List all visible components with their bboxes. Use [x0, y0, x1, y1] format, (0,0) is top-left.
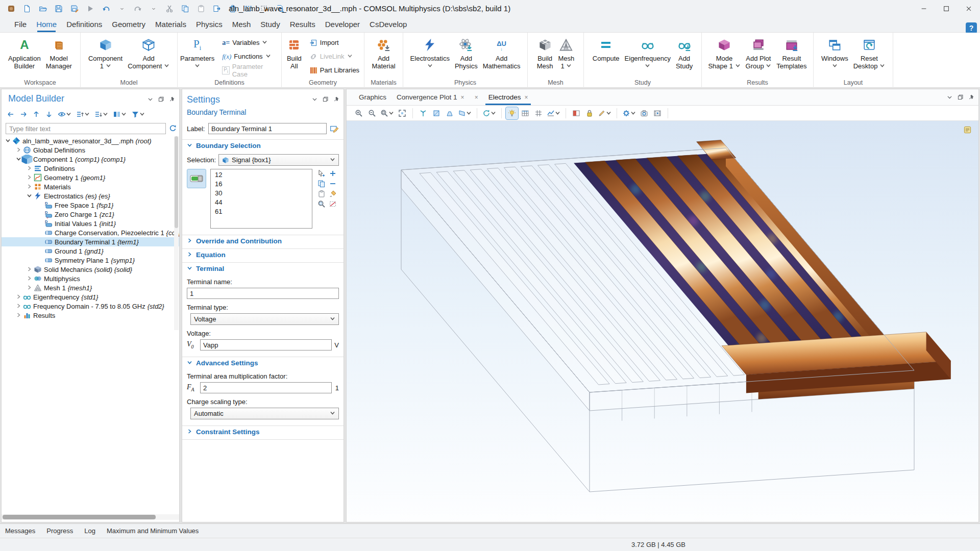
selection-dropdown[interactable]: Signal {box1}	[218, 154, 339, 166]
graphics-tab-convergence-plot-1[interactable]: Convergence Plot 1×	[391, 89, 470, 105]
paste-button[interactable]	[195, 3, 207, 15]
zoom-extents-button[interactable]	[396, 107, 408, 119]
selection-list-item[interactable]: 44	[211, 198, 312, 208]
ribbon-button-add-component[interactable]: AddComponent	[126, 36, 172, 71]
dropdown-caret[interactable]	[116, 3, 128, 15]
ribbon-button-component-1[interactable]: Component1	[86, 36, 125, 71]
selection-list-item[interactable]: 12	[211, 171, 312, 180]
tree-node-solid-mechanics[interactable]: Solid Mechanics(solid) {solid}	[2, 265, 179, 274]
ribbon-button-build-all[interactable]: BuildAll	[285, 36, 304, 71]
ribbon-button-model-manager[interactable]: ModelManager	[44, 36, 74, 71]
copy-button[interactable]	[316, 179, 327, 188]
menu-materials[interactable]: Materials	[155, 18, 186, 32]
ribbon-button-add-plot-group[interactable]: Add PlotGroup	[744, 36, 774, 71]
ribbon-button-eigenfrequency[interactable]: Eigenfrequency	[623, 36, 673, 71]
selection-list-item[interactable]: 30	[211, 189, 312, 198]
terminal-name-input[interactable]	[187, 288, 339, 299]
tree-node-initial-values-1[interactable]: DInitial Values 1{init1}	[2, 219, 179, 228]
minimize-button[interactable]	[913, 0, 935, 17]
save-button[interactable]	[53, 3, 65, 15]
view-yz-button[interactable]	[444, 107, 456, 119]
section-terminal[interactable]: Terminal	[182, 263, 344, 274]
close-tab-icon[interactable]: ×	[475, 94, 478, 101]
ribbon-button-compute[interactable]: Compute	[591, 36, 622, 63]
ribbon-item-livelink[interactable]: LiveLink	[307, 49, 361, 63]
list-up-button[interactable]	[76, 110, 90, 119]
ribbon-button-application-builder[interactable]: AApplicationBuilder	[6, 36, 43, 71]
bottom-tab-log[interactable]: Log	[84, 527, 95, 535]
menu-csdevelop[interactable]: CsDevelop	[370, 18, 407, 32]
copy-button[interactable]	[179, 3, 191, 15]
bottom-tab-progress[interactable]: Progress	[46, 527, 73, 535]
show-button[interactable]	[58, 110, 71, 119]
close-tab-icon[interactable]: ×	[524, 94, 528, 101]
view-xy-button[interactable]	[430, 107, 443, 119]
deselect-button[interactable]	[328, 199, 338, 209]
restore-button[interactable]	[322, 95, 329, 105]
ribbon-item-parameter-case[interactable]: PiParameter Case	[220, 63, 281, 77]
pen-button[interactable]	[597, 107, 612, 119]
duplicate-button[interactable]	[211, 3, 223, 15]
section-equation[interactable]: Equation	[182, 249, 344, 260]
ribbon-button-add-material[interactable]: AddMaterial	[370, 36, 397, 71]
ribbon-button-mesh-1[interactable]: Mesh1	[556, 36, 577, 71]
restore-button[interactable]	[957, 93, 964, 103]
table-button[interactable]	[519, 107, 531, 119]
menu-file[interactable]: File	[14, 18, 27, 32]
factor-input[interactable]	[200, 382, 332, 393]
tree-node-component-1[interactable]: Component 1(comp1) {comp1}	[2, 155, 179, 164]
zoom-in-button[interactable]	[353, 107, 365, 119]
tree-node-symmetry-plane-1[interactable]: Symmetry Plane 1{symp1}	[2, 256, 179, 265]
undo-button[interactable]	[100, 3, 112, 15]
active-toggle-button[interactable]	[187, 169, 206, 188]
section-boundary-selection[interactable]: Boundary Selection	[182, 140, 344, 151]
tree-node-definitions[interactable]: Definitions	[2, 164, 179, 173]
help-button[interactable]: ?	[966, 22, 977, 34]
tree-node-free-space-1[interactable]: DFree Space 1{fsp1}	[2, 201, 179, 210]
menu-study[interactable]: Study	[260, 18, 280, 32]
menu-physics[interactable]: Physics	[196, 18, 223, 32]
ribbon-button-mode-shape-1[interactable]: ModeShape 1	[706, 36, 742, 71]
menu-definitions[interactable]: Definitions	[66, 18, 102, 32]
run-button[interactable]	[84, 3, 96, 15]
graphics-tab-graphics[interactable]: Graphics	[354, 89, 391, 105]
pin-button[interactable]	[968, 93, 974, 103]
chevron-down-button[interactable]	[311, 95, 318, 105]
ribbon-item-part-libraries[interactable]: Part Libraries	[307, 63, 361, 77]
move-down-button[interactable]	[45, 110, 53, 118]
graphics-tab-hidden[interactable]: ×	[470, 89, 483, 105]
scene-light-button[interactable]	[506, 107, 518, 119]
menu-home[interactable]: Home	[36, 18, 57, 32]
move-up-button[interactable]	[32, 110, 40, 118]
tree-node-aln-lamb-wave-resonator-3d-mph[interactable]: aln_lamb_wave_resonator_3d__.mph(root)	[2, 136, 179, 145]
bottom-tab-messages[interactable]: Messages	[5, 527, 35, 535]
redo-button[interactable]	[132, 3, 144, 15]
animation-button[interactable]	[651, 107, 664, 119]
plot-type-button[interactable]	[546, 107, 561, 119]
section-advanced-settings[interactable]: Advanced Settings	[182, 357, 344, 368]
menu-developer[interactable]: Developer	[325, 18, 360, 32]
tree-vertical-scrollbar[interactable]	[174, 136, 179, 330]
columns-button[interactable]	[113, 110, 127, 119]
ribbon-button-windows[interactable]: Windows	[819, 36, 850, 71]
open-button[interactable]	[37, 3, 49, 15]
ribbon-item-import[interactable]: Import	[307, 36, 361, 49]
tree-node-global-definitions[interactable]: Global Definitions	[2, 145, 179, 155]
chevron-down-button[interactable]	[147, 95, 154, 105]
close-tab-icon[interactable]: ×	[461, 94, 464, 101]
tree-horizontal-scrollbar[interactable]	[2, 514, 179, 520]
tree-node-ground-1[interactable]: Ground 1{gnd1}	[2, 246, 179, 256]
image-button[interactable]	[570, 107, 582, 119]
dropdown-caret[interactable]	[148, 3, 160, 15]
nav-back-button[interactable]	[7, 110, 15, 118]
clear-button[interactable]	[328, 189, 338, 198]
tree-node-results[interactable]: Results	[2, 311, 179, 320]
tree-node-multiphysics[interactable]: Multiphysics	[2, 274, 179, 283]
ribbon-button-add-physics[interactable]: AddPhysics	[453, 36, 480, 71]
section-constraint-settings[interactable]: Constraint Settings	[182, 426, 344, 437]
selection-list-item[interactable]: 61	[211, 208, 312, 217]
lock-button[interactable]	[583, 107, 596, 119]
ribbon-button-electrostatics[interactable]: Electrostatics	[408, 36, 452, 71]
tree-node-zero-charge-1[interactable]: DZero Charge 1{zc1}	[2, 210, 179, 219]
restore-button[interactable]	[158, 95, 164, 105]
